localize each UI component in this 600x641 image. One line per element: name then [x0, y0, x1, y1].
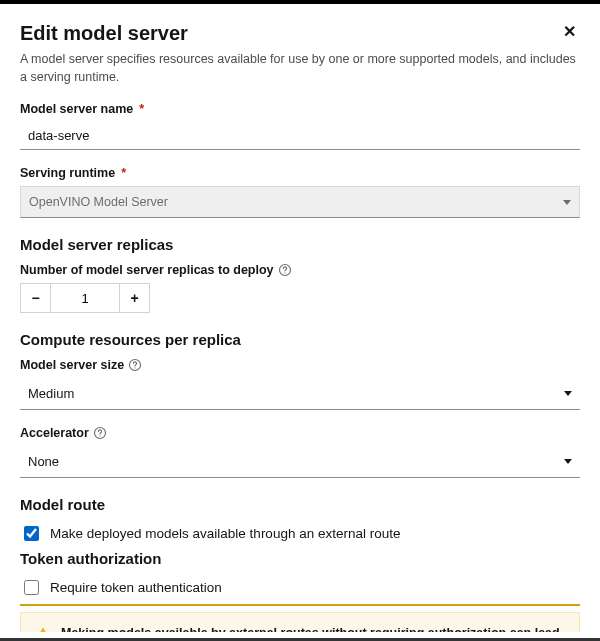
- model-server-name-label: Model server name: [20, 102, 133, 116]
- model-server-name-input[interactable]: [20, 122, 580, 150]
- section-heading-route: Model route: [20, 496, 580, 513]
- warning-triangle-icon: [35, 626, 51, 632]
- external-route-checkbox-row[interactable]: Make deployed models available through a…: [20, 523, 580, 544]
- section-heading-replicas: Model server replicas: [20, 236, 580, 253]
- close-icon[interactable]: ✕: [559, 22, 580, 42]
- model-server-size-label: Model server size: [20, 358, 124, 372]
- svg-point-3: [135, 367, 136, 368]
- replicas-stepper: − +: [20, 283, 580, 313]
- svg-point-1: [284, 272, 285, 273]
- help-icon[interactable]: [278, 263, 292, 277]
- external-route-label: Make deployed models available through a…: [50, 526, 400, 541]
- require-token-checkbox[interactable]: [24, 580, 39, 595]
- chevron-down-icon: [563, 200, 571, 205]
- section-heading-token: Token authorization: [20, 550, 580, 567]
- section-heading-compute: Compute resources per replica: [20, 331, 580, 348]
- serving-runtime-select[interactable]: OpenVINO Model Server: [20, 186, 580, 218]
- field-accelerator: Accelerator None: [20, 426, 580, 478]
- token-warning-text: Making models available by external rout…: [61, 625, 565, 632]
- required-star-icon: *: [121, 166, 126, 180]
- model-server-size-value: Medium: [28, 386, 74, 401]
- accelerator-label: Accelerator: [20, 426, 89, 440]
- chevron-down-icon: [564, 459, 572, 464]
- edit-model-server-modal: Edit model server ✕ A model server speci…: [8, 10, 592, 632]
- token-warning-alert: Making models available by external rout…: [20, 612, 580, 632]
- field-replicas: Number of model server replicas to deplo…: [20, 263, 580, 313]
- modal-title: Edit model server: [20, 22, 559, 45]
- external-route-checkbox[interactable]: [24, 526, 39, 541]
- serving-runtime-value: OpenVINO Model Server: [29, 195, 168, 209]
- help-icon[interactable]: [128, 358, 142, 372]
- replicas-input[interactable]: [50, 283, 120, 313]
- required-star-icon: *: [139, 102, 144, 116]
- accelerator-value: None: [28, 454, 59, 469]
- require-token-checkbox-row[interactable]: Require token authentication: [20, 577, 580, 606]
- replicas-label: Number of model server replicas to deplo…: [20, 263, 274, 277]
- serving-runtime-label: Serving runtime: [20, 166, 115, 180]
- field-serving-runtime: Serving runtime * OpenVINO Model Server: [20, 166, 580, 218]
- svg-point-5: [99, 435, 100, 436]
- modal-description: A model server specifies resources avail…: [20, 51, 580, 86]
- model-server-size-select[interactable]: Medium: [20, 378, 580, 410]
- help-icon[interactable]: [93, 426, 107, 440]
- accelerator-select[interactable]: None: [20, 446, 580, 478]
- field-model-server-size: Model server size Medium: [20, 358, 580, 410]
- replicas-decrement-button[interactable]: −: [20, 283, 50, 313]
- replicas-increment-button[interactable]: +: [120, 283, 150, 313]
- require-token-label: Require token authentication: [50, 580, 222, 595]
- field-model-server-name: Model server name *: [20, 102, 580, 150]
- chevron-down-icon: [564, 391, 572, 396]
